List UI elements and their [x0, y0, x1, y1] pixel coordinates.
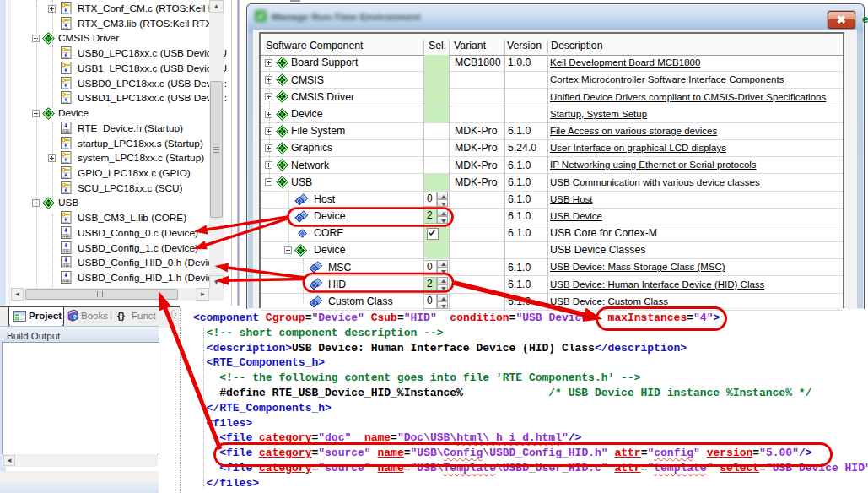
svg-text:?: ? — [73, 314, 77, 320]
